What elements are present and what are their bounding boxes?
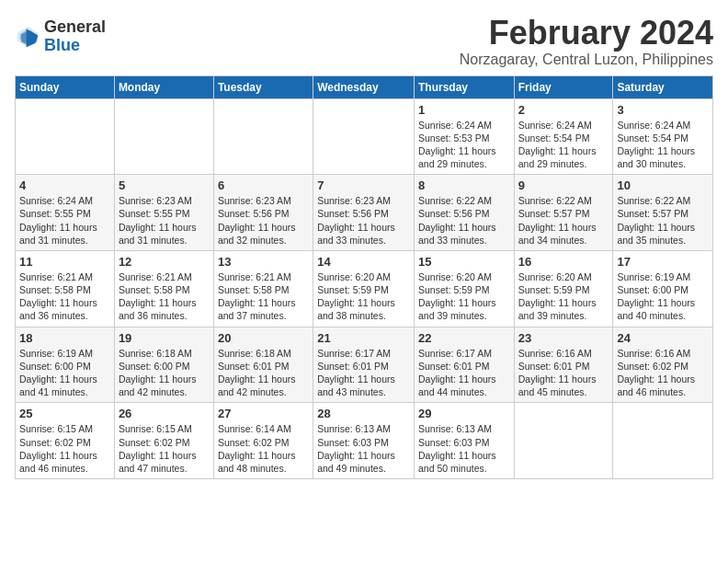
day-number: 7: [317, 178, 410, 192]
day-number: 20: [218, 331, 309, 345]
calendar-table: SundayMondayTuesdayWednesdayThursdayFrid…: [15, 75, 713, 479]
day-info: Sunrise: 6:24 AM Sunset: 5:54 PM Dayligh…: [518, 119, 609, 171]
day-number: 26: [119, 407, 210, 420]
weekday-header-cell: Friday: [514, 75, 613, 98]
calendar-cell: 2Sunrise: 6:24 AM Sunset: 5:54 PM Daylig…: [514, 98, 613, 175]
day-number: 18: [19, 331, 110, 345]
day-number: 5: [119, 178, 210, 192]
calendar-week-row: 4Sunrise: 6:24 AM Sunset: 5:55 PM Daylig…: [16, 175, 713, 251]
day-number: 29: [418, 407, 510, 420]
day-info: Sunrise: 6:13 AM Sunset: 6:03 PM Dayligh…: [418, 422, 510, 475]
calendar-cell: 21Sunrise: 6:17 AM Sunset: 6:01 PM Dayli…: [313, 327, 415, 403]
day-number: 15: [418, 255, 510, 269]
month-title: February 2024: [460, 15, 713, 52]
weekday-header-cell: Saturday: [613, 75, 713, 98]
day-number: 8: [418, 178, 510, 192]
day-number: 11: [19, 255, 110, 269]
day-info: Sunrise: 6:22 AM Sunset: 5:57 PM Dayligh…: [617, 194, 709, 247]
weekday-header-cell: Tuesday: [213, 75, 313, 98]
day-info: Sunrise: 6:24 AM Sunset: 5:54 PM Dayligh…: [617, 119, 709, 171]
calendar-week-row: 11Sunrise: 6:21 AM Sunset: 5:58 PM Dayli…: [16, 250, 713, 327]
calendar-cell: 3Sunrise: 6:24 AM Sunset: 5:54 PM Daylig…: [613, 98, 713, 175]
day-number: 16: [518, 255, 609, 269]
day-number: 10: [617, 178, 709, 192]
calendar-cell: 22Sunrise: 6:17 AM Sunset: 6:01 PM Dayli…: [414, 327, 514, 403]
day-info: Sunrise: 6:23 AM Sunset: 5:56 PM Dayligh…: [317, 194, 410, 247]
day-info: Sunrise: 6:18 AM Sunset: 6:01 PM Dayligh…: [218, 347, 309, 399]
day-info: Sunrise: 6:21 AM Sunset: 5:58 PM Dayligh…: [218, 270, 309, 323]
day-number: 2: [518, 103, 609, 117]
calendar-cell: 24Sunrise: 6:16 AM Sunset: 6:02 PM Dayli…: [613, 327, 713, 403]
calendar-cell: 9Sunrise: 6:22 AM Sunset: 5:57 PM Daylig…: [514, 175, 613, 251]
weekday-header-row: SundayMondayTuesdayWednesdayThursdayFrid…: [16, 75, 713, 98]
calendar-cell: 8Sunrise: 6:22 AM Sunset: 5:56 PM Daylig…: [414, 175, 514, 251]
day-info: Sunrise: 6:19 AM Sunset: 6:00 PM Dayligh…: [617, 270, 709, 323]
calendar-cell: 14Sunrise: 6:20 AM Sunset: 5:59 PM Dayli…: [313, 250, 415, 327]
day-number: 22: [418, 331, 510, 345]
day-info: Sunrise: 6:17 AM Sunset: 6:01 PM Dayligh…: [317, 347, 410, 399]
calendar-cell: [313, 98, 415, 175]
calendar-cell: 15Sunrise: 6:20 AM Sunset: 5:59 PM Dayli…: [414, 250, 514, 327]
day-number: 27: [218, 407, 309, 420]
calendar-cell: 1Sunrise: 6:24 AM Sunset: 5:53 PM Daylig…: [414, 98, 514, 175]
day-info: Sunrise: 6:13 AM Sunset: 6:03 PM Dayligh…: [317, 422, 410, 475]
title-block: February 2024 Norzagaray, Central Luzon,…: [460, 15, 713, 68]
calendar-cell: [16, 98, 115, 175]
calendar-cell: 26Sunrise: 6:15 AM Sunset: 6:02 PM Dayli…: [114, 403, 213, 479]
calendar-week-row: 25Sunrise: 6:15 AM Sunset: 6:02 PM Dayli…: [16, 403, 713, 479]
calendar-body: 1Sunrise: 6:24 AM Sunset: 5:53 PM Daylig…: [16, 98, 713, 478]
calendar-week-row: 18Sunrise: 6:19 AM Sunset: 6:00 PM Dayli…: [16, 327, 713, 403]
day-number: 19: [119, 331, 210, 345]
day-info: Sunrise: 6:16 AM Sunset: 6:01 PM Dayligh…: [518, 347, 609, 399]
logo-icon: [15, 24, 40, 50]
day-info: Sunrise: 6:20 AM Sunset: 5:59 PM Dayligh…: [518, 270, 609, 323]
logo-blue-text: Blue: [44, 36, 80, 54]
calendar-cell: 23Sunrise: 6:16 AM Sunset: 6:01 PM Dayli…: [514, 327, 613, 403]
logo-general-text: General: [44, 17, 106, 36]
calendar-cell: 27Sunrise: 6:14 AM Sunset: 6:02 PM Dayli…: [213, 403, 313, 479]
calendar-cell: 10Sunrise: 6:22 AM Sunset: 5:57 PM Dayli…: [613, 175, 713, 251]
calendar-cell: 18Sunrise: 6:19 AM Sunset: 6:00 PM Dayli…: [16, 327, 115, 403]
day-number: 21: [317, 331, 410, 345]
calendar-cell: 13Sunrise: 6:21 AM Sunset: 5:58 PM Dayli…: [213, 250, 313, 327]
day-info: Sunrise: 6:20 AM Sunset: 5:59 PM Dayligh…: [317, 270, 410, 323]
day-info: Sunrise: 6:22 AM Sunset: 5:57 PM Dayligh…: [518, 194, 609, 247]
calendar-cell: 17Sunrise: 6:19 AM Sunset: 6:00 PM Dayli…: [613, 250, 713, 327]
weekday-header-cell: Wednesday: [313, 75, 415, 98]
day-number: 1: [418, 103, 510, 117]
day-number: 17: [617, 255, 709, 269]
weekday-header-cell: Sunday: [16, 75, 115, 98]
calendar-cell: 4Sunrise: 6:24 AM Sunset: 5:55 PM Daylig…: [16, 175, 115, 251]
calendar-week-row: 1Sunrise: 6:24 AM Sunset: 5:53 PM Daylig…: [16, 98, 713, 175]
calendar-cell: [114, 98, 213, 175]
day-info: Sunrise: 6:15 AM Sunset: 6:02 PM Dayligh…: [119, 422, 210, 475]
day-number: 4: [19, 178, 110, 192]
day-number: 13: [218, 255, 309, 269]
calendar-cell: 28Sunrise: 6:13 AM Sunset: 6:03 PM Dayli…: [313, 403, 415, 479]
calendar-cell: [613, 403, 713, 479]
day-number: 6: [218, 178, 309, 192]
day-info: Sunrise: 6:14 AM Sunset: 6:02 PM Dayligh…: [218, 422, 309, 475]
day-number: 28: [317, 407, 410, 420]
day-info: Sunrise: 6:24 AM Sunset: 5:53 PM Dayligh…: [418, 119, 510, 171]
calendar-cell: 16Sunrise: 6:20 AM Sunset: 5:59 PM Dayli…: [514, 250, 613, 327]
weekday-header-cell: Thursday: [414, 75, 514, 98]
day-number: 3: [617, 103, 709, 117]
location-title: Norzagaray, Central Luzon, Philippines: [460, 52, 713, 68]
day-info: Sunrise: 6:20 AM Sunset: 5:59 PM Dayligh…: [418, 270, 510, 323]
day-info: Sunrise: 6:22 AM Sunset: 5:56 PM Dayligh…: [418, 194, 510, 247]
calendar-cell: [514, 403, 613, 479]
day-info: Sunrise: 6:21 AM Sunset: 5:58 PM Dayligh…: [119, 270, 210, 323]
calendar-cell: 29Sunrise: 6:13 AM Sunset: 6:03 PM Dayli…: [414, 403, 514, 479]
calendar-cell: 11Sunrise: 6:21 AM Sunset: 5:58 PM Dayli…: [16, 250, 115, 327]
day-info: Sunrise: 6:17 AM Sunset: 6:01 PM Dayligh…: [418, 347, 510, 399]
day-number: 25: [19, 407, 110, 420]
calendar-cell: [213, 98, 313, 175]
day-number: 24: [617, 331, 709, 345]
calendar-cell: 20Sunrise: 6:18 AM Sunset: 6:01 PM Dayli…: [213, 327, 313, 403]
calendar-cell: 7Sunrise: 6:23 AM Sunset: 5:56 PM Daylig…: [313, 175, 415, 251]
day-info: Sunrise: 6:24 AM Sunset: 5:55 PM Dayligh…: [19, 194, 110, 247]
day-info: Sunrise: 6:16 AM Sunset: 6:02 PM Dayligh…: [617, 347, 709, 399]
calendar-cell: 5Sunrise: 6:23 AM Sunset: 5:55 PM Daylig…: [114, 175, 213, 251]
calendar-cell: 19Sunrise: 6:18 AM Sunset: 6:00 PM Dayli…: [114, 327, 213, 403]
